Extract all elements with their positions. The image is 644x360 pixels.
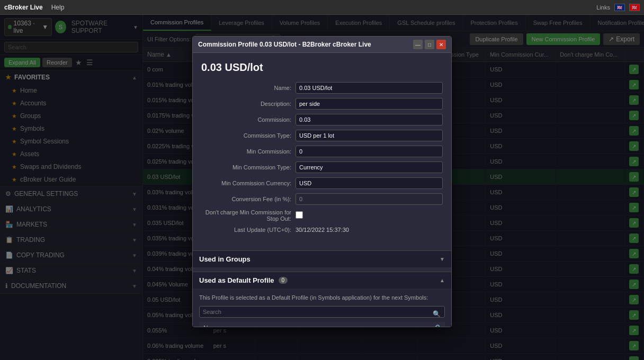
modal-close-button[interactable]: ✕ <box>436 40 446 49</box>
default-profile-search-input[interactable] <box>199 306 445 318</box>
min-commission-currency-label: Min Commission Currency: <box>201 180 291 186</box>
modal-maximize-button[interactable]: □ <box>425 40 434 49</box>
default-search-icon: 🔍 <box>433 310 441 318</box>
name-label: Name: <box>201 85 291 91</box>
default-profile-table: Name 🔗 <box>199 322 445 327</box>
used-in-groups-chevron-icon: ▼ <box>440 256 445 262</box>
help-menu[interactable]: Help <box>51 4 65 11</box>
last-update-label: Last Update (UTC+0): <box>201 227 291 233</box>
modal-title-text: Commission Profile 0.03 USD/lot - B2Brok… <box>198 41 371 48</box>
default-count-badge: 0 <box>279 277 288 284</box>
used-as-default-chevron-icon: ▲ <box>440 277 445 283</box>
form-row-conversion-fee: Conversion Fee (in %): <box>201 193 443 205</box>
dont-charge-checkbox[interactable] <box>296 211 303 219</box>
modal-heading: 0.03 USD/lot <box>201 61 443 74</box>
conversion-fee-label: Conversion Fee (in %): <box>201 196 291 202</box>
form-row-name: Name: <box>201 82 443 94</box>
flag-icon2: 🇬🇧 <box>629 4 640 11</box>
min-commission-type-label: Min Commission Type: <box>201 164 291 170</box>
used-in-groups-section-header[interactable]: Used in Groups ▼ <box>193 250 451 267</box>
form-row-commission: Commission: <box>201 114 443 125</box>
min-commission-label: Min Commission: <box>201 148 291 155</box>
form-row-min-commission-currency: Min Commission Currency: USD <box>201 177 443 189</box>
description-input[interactable] <box>296 98 443 110</box>
form-row-description: Description: <box>201 98 443 110</box>
modal-content: 0.03 USD/lot Name: Description: Commissi… <box>193 53 451 246</box>
form-row-min-commission: Min Commission: <box>201 146 443 157</box>
description-label: Description: <box>201 101 291 107</box>
table-link-icon[interactable]: 🔗 <box>432 325 440 327</box>
min-commission-currency-select[interactable]: USD <box>296 177 443 189</box>
app-logo: cBroker Live <box>4 4 43 11</box>
commission-type-label: Commission Type: <box>201 132 291 139</box>
last-update-value: 30/12/2022 15:37:30 <box>296 227 349 233</box>
modal-minimize-button[interactable]: — <box>413 40 423 49</box>
name-input[interactable] <box>296 82 443 94</box>
form-row-last-update: Last Update (UTC+0): 30/12/2022 15:37:30 <box>201 226 443 233</box>
used-in-groups-label: Used in Groups <box>199 255 251 263</box>
used-as-default-label: Used as Default Profile <box>199 276 274 284</box>
conversion-fee-input[interactable] <box>296 193 443 205</box>
modal-titlebar[interactable]: Commission Profile 0.03 USD/lot - B2Brok… <box>193 37 451 53</box>
commission-input[interactable] <box>296 114 443 125</box>
default-table-name-col: Name 🔗 <box>199 322 445 327</box>
min-commission-input[interactable] <box>296 146 443 157</box>
used-as-default-content: This Profile is selected as a Default Pr… <box>193 289 451 327</box>
commission-profile-modal: Commission Profile 0.03 USD/lot - B2Brok… <box>192 36 452 327</box>
name-value-wrap <box>296 82 443 94</box>
form-row-dont-charge: Don't charge Min Commission for Stop Out… <box>201 209 443 222</box>
modal-overlay: Commission Profile 0.03 USD/lot - B2Brok… <box>0 15 644 360</box>
flag-uk-icon: 🇬🇧 <box>614 4 625 11</box>
form-row-min-commission-type: Min Commission Type: Currency <box>201 161 443 173</box>
top-bar-right: Links 🇬🇧 🇬🇧 <box>596 4 640 11</box>
commission-label: Commission: <box>201 116 291 123</box>
form-row-commission-type: Commission Type: USD per 1 lot Percentag… <box>201 130 443 141</box>
commission-type-select[interactable]: USD per 1 lot Percentage of trading volu… <box>296 130 443 141</box>
dont-charge-label: Don't charge Min Commission for Stop Out… <box>201 209 291 222</box>
default-profile-description: This Profile is selected as a Default Pr… <box>199 294 445 302</box>
min-commission-type-select[interactable]: Currency <box>296 161 443 173</box>
top-bar: cBroker Live Help Links 🇬🇧 🇬🇧 <box>0 0 644 15</box>
modal-controls: — □ ✕ <box>413 40 446 49</box>
links-button[interactable]: Links <box>596 4 610 11</box>
used-as-default-section-header[interactable]: Used as Default Profile 0 ▲ <box>193 272 451 289</box>
